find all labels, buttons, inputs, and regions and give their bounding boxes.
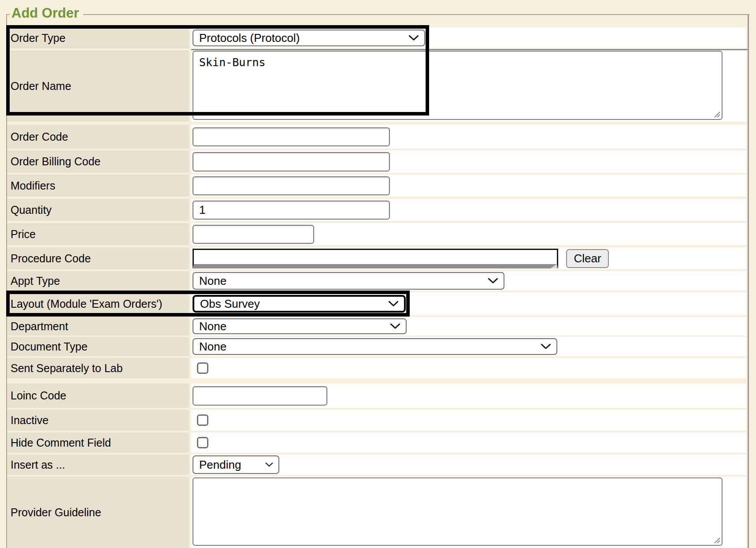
label-text: Loinc Code — [7, 389, 66, 402]
row-label-department: Department — [7, 317, 189, 336]
selected-option: Pending — [193, 458, 241, 472]
row-label-loinc_code: Loinc Code — [7, 384, 189, 408]
label-text: Appt Type — [7, 275, 60, 287]
selected-option: Obs Survey — [194, 297, 260, 311]
label-text: Order Type — [7, 32, 66, 45]
row-label-order_type: Order Type — [7, 27, 189, 48]
label-text: Order Name — [7, 80, 71, 93]
appt_type-select[interactable]: None — [193, 272, 504, 290]
procedure_code-textarea[interactable] — [193, 249, 558, 268]
row-label-order_name: Order Name — [7, 50, 189, 122]
resize-grip-icon[interactable] — [713, 111, 720, 118]
order_type-select[interactable]: Protocols (Protocol) — [193, 30, 425, 46]
order_code-input[interactable] — [193, 127, 390, 146]
label-text: Modifiers — [7, 179, 55, 192]
row-label-procedure_code: Procedure Code — [7, 247, 189, 269]
row-divider-line — [191, 49, 748, 50]
row-label-document_type: Document Type — [7, 337, 189, 356]
selected-option: Protocols (Protocol) — [193, 31, 300, 45]
quantity-input[interactable]: 1 — [193, 201, 390, 220]
order_billing_code-input[interactable] — [193, 152, 390, 171]
sent_separately_to_lab-checkbox[interactable] — [197, 362, 208, 374]
row-label-order_code: Order Code — [7, 125, 189, 149]
add-order-screen: Add Order Order TypeProtocols (Protocol)… — [0, 0, 756, 548]
row-label-insert_as: Insert as ... — [7, 455, 189, 475]
row-label-layout: Layout (Module 'Exam Orders') — [7, 292, 189, 315]
selected-option: None — [193, 320, 226, 333]
procedure_code-clear-button[interactable]: Clear — [566, 249, 609, 268]
label-text: Insert as ... — [7, 459, 65, 471]
row-label-quantity: Quantity — [7, 199, 189, 221]
label-text: Department — [7, 320, 68, 333]
chevron-down-icon — [408, 35, 419, 41]
chevron-down-icon — [488, 278, 498, 284]
layout-select[interactable]: Obs Survey — [193, 295, 406, 313]
chevron-down-icon — [388, 301, 399, 307]
row-label-inactive: Inactive — [7, 410, 189, 431]
row-label-hide_comment_field: Hide Comment Field — [7, 432, 189, 453]
input-value: 1 — [193, 203, 205, 217]
row-label-provider_guideline: Provider Guideline — [7, 477, 189, 548]
label-text: Document Type — [7, 340, 88, 353]
price-input[interactable] — [193, 225, 314, 244]
row-label-modifiers: Modifiers — [7, 175, 189, 197]
chevron-down-icon — [390, 324, 400, 329]
selected-option: None — [193, 274, 226, 288]
hide_comment_field-checkbox[interactable] — [197, 437, 208, 448]
textarea-value — [193, 478, 722, 483]
order_name-textarea[interactable]: Skin-Burns — [193, 51, 723, 120]
document_type-select[interactable]: None — [193, 338, 557, 355]
row-label-price: Price — [7, 223, 189, 245]
row-label-sent_separately_to_lab: Sent Separately to Lab — [7, 358, 189, 378]
page-title: Add Order — [10, 5, 83, 21]
provider_guideline-textarea[interactable] — [193, 477, 723, 546]
row-label-appt_type: Appt Type — [7, 271, 189, 291]
inactive-checkbox[interactable] — [197, 414, 208, 426]
row-label-order_billing_code: Order Billing Code — [7, 150, 189, 173]
label-text: Sent Separately to Lab — [7, 362, 122, 375]
textarea-value: Skin-Burns — [193, 52, 722, 69]
modifiers-input[interactable] — [193, 176, 390, 195]
label-text: Procedure Code — [7, 252, 91, 265]
loinc_code-input[interactable] — [193, 386, 327, 406]
label-text: Order Code — [7, 130, 68, 143]
row-value-cell-hide_comment_field — [191, 432, 746, 453]
department-select[interactable]: None — [193, 318, 407, 334]
chevron-down-icon — [541, 344, 551, 350]
chevron-down-icon — [265, 462, 273, 467]
label-text: Price — [7, 228, 36, 241]
label-text: Order Billing Code — [7, 155, 100, 168]
resize-notch — [550, 264, 557, 268]
label-text: Layout (Module 'Exam Orders') — [7, 298, 162, 310]
selected-option: None — [193, 340, 226, 354]
resize-grip-icon[interactable] — [713, 537, 720, 544]
label-text: Provider Guideline — [7, 506, 101, 519]
label-text: Hide Comment Field — [7, 436, 111, 449]
fieldset-border-right — [748, 14, 749, 548]
row-value-cell-inactive — [191, 410, 746, 431]
label-text: Quantity — [7, 204, 52, 216]
fieldset-border-top — [6, 14, 749, 15]
insert_as-select[interactable]: Pending — [193, 455, 279, 474]
row-value-cell-sent_separately_to_lab — [191, 358, 746, 378]
label-text: Inactive — [7, 414, 48, 427]
